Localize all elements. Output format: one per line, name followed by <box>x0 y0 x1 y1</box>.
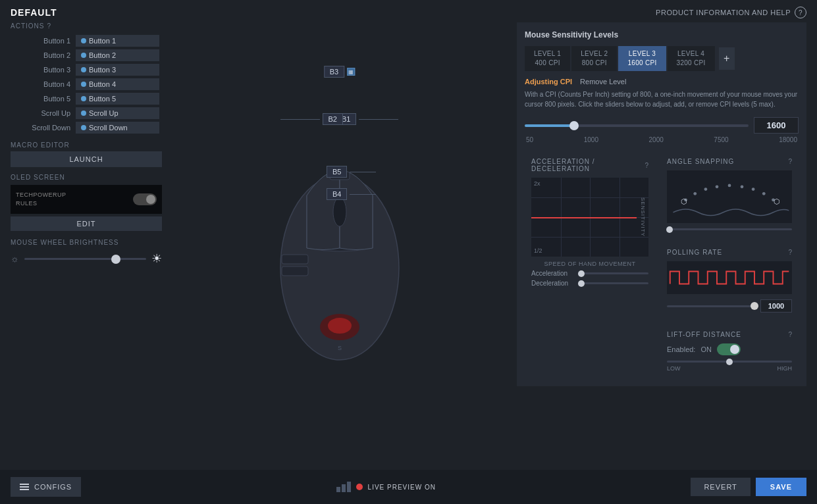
b3-label[interactable]: B3 <box>324 66 344 78</box>
liftoff-thumb <box>726 359 733 365</box>
table-row: Button 5 Button 5 <box>11 91 162 106</box>
action-value-scrollup[interactable]: Scroll Up <box>76 107 159 119</box>
actions-section-label: ACTIONS ? <box>11 22 162 30</box>
b4-button-label: B4 <box>327 188 376 200</box>
header: DEFAULT PRODUCT INFORMATION AND HELP ? <box>0 0 817 22</box>
b2-label[interactable]: B2 <box>323 113 343 125</box>
cpi-value-box[interactable]: 1600 <box>754 117 799 134</box>
svg-point-11 <box>716 185 719 188</box>
liftoff-toggle[interactable] <box>717 343 741 355</box>
bottom-panels: ACCELERATION / DECELERATION ? <box>525 151 799 378</box>
configs-button[interactable]: CONFIGS <box>11 477 81 497</box>
deceleration-slider[interactable] <box>581 282 648 284</box>
action-value-4[interactable]: Button 4 <box>76 78 159 90</box>
help-icon: ? <box>795 7 806 18</box>
brightness-row: ☼ ☀ <box>11 251 162 266</box>
brightness-label: MOUSE WHEEL BRIGHTNESS <box>11 239 162 246</box>
cpi-description: With a CPI (Counts Per Inch) setting of … <box>525 89 799 109</box>
live-bar <box>336 482 351 492</box>
polling-rate-panel: POLLING RATE ? <box>660 242 799 319</box>
main-layout: ACTIONS ? Button 1 Button 1 Button 2 But… <box>0 22 817 461</box>
bar-seg-3 <box>347 482 351 492</box>
polling-title-row: POLLING RATE ? <box>667 249 792 256</box>
cpi-slider-row: 1600 <box>525 117 799 134</box>
svg-point-14 <box>752 188 755 191</box>
chart-half-label: 1/2 <box>534 247 542 254</box>
svg-point-9 <box>693 192 697 195</box>
oled-toggle[interactable] <box>133 193 157 205</box>
chart-2x-label: 2x <box>534 180 540 187</box>
adjusting-cpi-label: Adjusting CPI <box>525 78 572 86</box>
brightness-slider[interactable] <box>24 258 146 260</box>
svg-point-1 <box>333 197 346 226</box>
accel-question[interactable]: ? <box>645 162 648 169</box>
svg-text:⬡: ⬡ <box>681 197 687 205</box>
angle-slider-row <box>667 228 792 230</box>
level-tab-4[interactable]: LEVEL 4 3200 CPI <box>668 46 715 71</box>
polling-display <box>667 261 792 294</box>
table-row: Scroll Down Scroll Down <box>11 120 162 135</box>
level-tab-2[interactable]: LEVEL 2 800 CPI <box>571 46 617 71</box>
actions-question[interactable]: ? <box>47 22 51 30</box>
liftoff-scale: LOW HIGH <box>667 365 792 372</box>
level-tab-1[interactable]: LEVEL 1 400 CPI <box>525 46 570 71</box>
adjusting-row: Adjusting CPI Remove Level <box>525 78 799 86</box>
save-button[interactable]: SAVE <box>756 478 806 496</box>
live-indicator <box>356 484 363 490</box>
level-tab-3[interactable]: LEVEL 3 1600 CPI <box>618 46 666 71</box>
actions-table: Button 1 Button 1 Button 2 Button 2 Butt… <box>11 34 162 135</box>
action-value-scrolldown[interactable]: Scroll Down <box>76 122 159 134</box>
page-title: DEFAULT <box>11 7 57 18</box>
polling-thumb <box>751 302 758 310</box>
acceleration-slider[interactable] <box>581 272 648 274</box>
angle-question[interactable]: ? <box>788 158 792 165</box>
edit-button[interactable]: EDIT <box>11 216 162 231</box>
add-level-button[interactable]: + <box>719 47 735 70</box>
scale-2000: 2000 <box>649 136 664 143</box>
polling-question[interactable]: ? <box>788 249 792 256</box>
svg-rect-19 <box>20 484 29 485</box>
svg-point-13 <box>741 185 744 188</box>
action-value-5[interactable]: Button 5 <box>76 93 159 105</box>
level-tab-3-label: LEVEL 3 <box>627 49 656 59</box>
sensitivity-vertical-label: SENSITIVITY <box>637 178 648 257</box>
configs-label: CONFIGS <box>34 483 72 491</box>
sensitivity-panel: Mouse Sensitivity Levels LEVEL 1 400 CPI… <box>517 22 806 386</box>
cpi-slider[interactable] <box>525 124 749 127</box>
liftoff-slider[interactable] <box>667 361 792 363</box>
help-link[interactable]: PRODUCT INFORMATION AND HELP ? <box>656 7 806 18</box>
brightness-thumb <box>111 255 120 264</box>
action-value-1[interactable]: Button 1 <box>76 35 159 47</box>
sensitivity-label: SENSITIVITY <box>640 197 646 237</box>
b4-label[interactable]: B4 <box>327 188 347 200</box>
accel-title: ACCELERATION / DECELERATION <box>531 158 645 172</box>
decel-slider-label: Deceleration <box>531 280 577 287</box>
launch-button[interactable]: LAUNCH <box>11 151 162 167</box>
brightness-low-icon: ☼ <box>11 253 19 264</box>
accel-red-line <box>531 217 637 218</box>
action-value-2[interactable]: Button 2 <box>76 49 159 61</box>
remove-level-button[interactable]: Remove Level <box>580 78 626 86</box>
oled-screen-box: TECHPOWERUP RULES <box>11 185 162 214</box>
live-preview-label: LIVE PREVIEW ON <box>368 484 436 491</box>
angle-svg: ⬡ ⬡ <box>667 170 792 223</box>
table-row: Button 2 Button 2 <box>11 48 162 63</box>
oled-text: TECHPOWERUP RULES <box>16 191 66 207</box>
liftoff-slider-row <box>667 361 792 363</box>
polling-value-box[interactable]: 1000 <box>760 299 792 313</box>
scale-7500: 7500 <box>714 136 728 143</box>
accel-chart: 2x 1/2 SENSITIVITY <box>531 178 648 257</box>
level-tab-4-label: LEVEL 4 <box>677 49 706 59</box>
polling-slider[interactable] <box>667 305 756 307</box>
svg-point-15 <box>762 192 766 195</box>
revert-button[interactable]: REVERT <box>691 478 750 496</box>
action-value-3[interactable]: Button 3 <box>76 64 159 76</box>
angle-thumb <box>666 226 673 233</box>
footer-right: REVERT SAVE <box>691 478 806 496</box>
accel-slider-label: Acceleration <box>531 270 577 277</box>
b1-button-label: B1 <box>336 113 398 125</box>
liftoff-question[interactable]: ? <box>788 331 792 338</box>
b5-label[interactable]: B5 <box>327 166 347 178</box>
angle-slider[interactable] <box>667 228 792 230</box>
table-row: Button 1 Button 1 <box>11 34 162 48</box>
